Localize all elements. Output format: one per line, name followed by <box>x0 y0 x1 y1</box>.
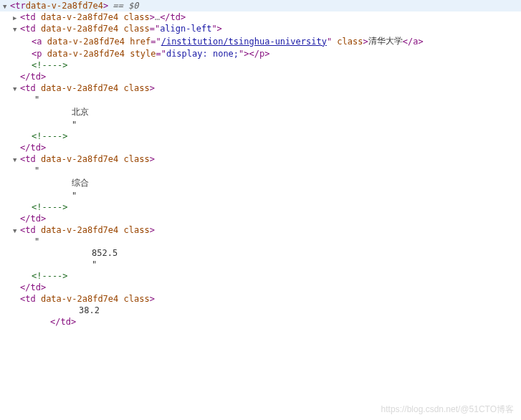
dom-node-td-score2[interactable]: <td data-v-2a8fd7e4 class> <box>0 293 521 305</box>
selected-element-row[interactable]: <tr data-v-2a8fd7e4> == $0 <box>0 0 521 11</box>
dom-node-td-collapsed[interactable]: <td data-v-2a8fd7e4 class>…</td> <box>0 11 521 23</box>
dom-node-td-city[interactable]: <td data-v-2a8fd7e4 class> <box>0 82 521 94</box>
text-category: 综合 <box>0 176 521 190</box>
tag-tr: tr <box>15 1 25 11</box>
watermark: https://blog.csdn.net/@51CTO博客 <box>381 404 514 416</box>
expand-icon[interactable] <box>13 85 20 92</box>
close-td: </td> <box>0 282 521 293</box>
close-td: </td> <box>0 142 521 153</box>
href-link[interactable]: /institution/tsinghua-university <box>161 37 327 47</box>
dom-node-p[interactable]: <p data-v-2a8fd7e4 style="display: none;… <box>0 48 521 59</box>
close-td: </td> <box>0 213 521 224</box>
comment-node: <!----> <box>0 59 521 71</box>
text-score1: 852.5 <box>0 247 521 259</box>
link-text: 清华大学 <box>368 35 403 47</box>
text-quote: " <box>0 190 521 201</box>
text-quote: " <box>0 259 521 270</box>
comment-node: <!----> <box>0 270 521 282</box>
dom-node-td-score1[interactable]: <td data-v-2a8fd7e4 class> <box>0 224 521 236</box>
text-city: 北京 <box>0 105 521 119</box>
expand-icon[interactable] <box>13 25 20 33</box>
comment-node: <!----> <box>0 201 521 213</box>
console-ref: == $0 <box>113 1 138 11</box>
text-quote: " <box>0 236 521 247</box>
dom-node-td-align-left[interactable]: <td data-v-2a8fd7e4 class="align-left"> <box>0 23 521 34</box>
dom-node-td-category[interactable]: <td data-v-2a8fd7e4 class> <box>0 153 521 165</box>
text-score2: 38.2 <box>0 305 521 316</box>
text-quote: " <box>0 119 521 130</box>
expand-icon[interactable] <box>13 14 20 22</box>
expand-icon[interactable] <box>3 2 10 10</box>
dom-node-a[interactable]: <a data-v-2a8fd7e4 href="/institution/ts… <box>0 34 521 48</box>
close-td: </td> <box>0 71 521 82</box>
text-quote: " <box>0 94 521 105</box>
expand-icon[interactable] <box>13 226 20 234</box>
comment-node: <!----> <box>0 130 521 142</box>
expand-icon[interactable] <box>13 156 20 163</box>
close-td: </td> <box>0 316 521 328</box>
text-quote: " <box>0 165 521 176</box>
